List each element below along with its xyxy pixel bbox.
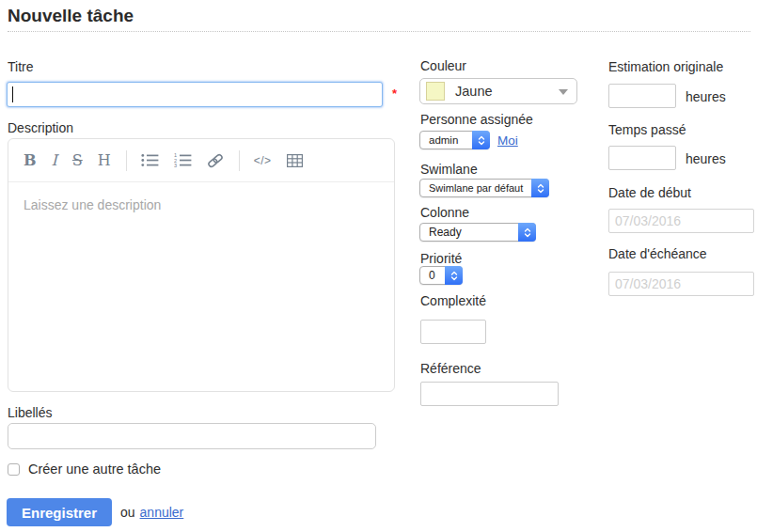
swimlane-label: Swimlane (420, 162, 478, 177)
column-select[interactable]: Ready (419, 223, 536, 242)
create-another-checkbox[interactable] (8, 463, 20, 476)
chevron-down-icon (559, 89, 568, 100)
bold-button[interactable]: B (24, 153, 37, 168)
reference-label: Référence (420, 361, 481, 376)
color-dropdown[interactable]: Jaune (419, 78, 577, 104)
swimlane-select[interactable]: Swimlane par défaut (419, 179, 549, 197)
save-button[interactable]: Enregistrer (7, 498, 112, 526)
assignee-row: admin Moi (419, 131, 518, 149)
time-spent-input[interactable] (608, 146, 676, 170)
description-label: Description (8, 120, 73, 135)
page-title: Nouvelle tâche (8, 6, 134, 26)
editor-toolbar: B I S H 123 (8, 139, 394, 182)
title-input[interactable] (7, 82, 383, 107)
assignee-label: Personne assignée (420, 112, 533, 127)
color-label: Couleur (420, 58, 466, 73)
complexity-input[interactable] (420, 320, 486, 344)
strikethrough-button[interactable]: S (72, 153, 83, 168)
column-label: Colonne (420, 205, 469, 220)
column-value: Ready (420, 226, 484, 239)
select-stepper-icon (518, 223, 536, 242)
header-divider (8, 31, 750, 32)
new-task-form-page: Nouvelle tâche Titre * Description B I S… (0, 0, 757, 532)
toolbar-divider (239, 150, 240, 171)
table-button[interactable] (287, 154, 303, 167)
title-label: Titre (8, 59, 33, 74)
heading-button[interactable]: H (98, 153, 111, 168)
time-spent-label: Temps passé (608, 122, 686, 137)
due-date-input[interactable] (608, 272, 754, 296)
color-swatch-yellow (426, 82, 445, 101)
ordered-list-icon: 123 (174, 153, 192, 167)
due-date-label: Date d'échéance (608, 246, 707, 261)
labels-input[interactable] (8, 423, 376, 449)
svg-text:3: 3 (174, 163, 177, 167)
link-button[interactable] (207, 152, 224, 169)
ordered-list-button[interactable]: 123 (174, 153, 192, 167)
labels-label: Libellés (8, 405, 52, 420)
create-another-label[interactable]: Créer une autre tâche (28, 462, 161, 477)
table-icon (287, 154, 303, 167)
priority-label: Priorité (420, 251, 462, 266)
required-asterisk: * (392, 86, 397, 101)
description-textarea[interactable]: Laissez une description (8, 182, 394, 227)
complexity-label: Complexité (420, 293, 486, 308)
unordered-list-button[interactable] (141, 153, 159, 167)
original-estimate-label: Estimation originale (608, 59, 723, 74)
assign-to-me-link[interactable]: Moi (497, 133, 518, 148)
italic-button[interactable]: I (52, 153, 57, 168)
toolbar-divider (126, 150, 127, 171)
assignee-select[interactable]: admin (419, 131, 490, 149)
description-editor: B I S H 123 (8, 138, 395, 392)
cancel-link[interactable]: annuler (140, 505, 184, 520)
time-spent-unit: heures (686, 151, 726, 166)
reference-input[interactable] (420, 382, 559, 406)
text-caret (12, 86, 13, 102)
start-date-label: Date de début (608, 185, 691, 200)
unordered-list-icon (141, 153, 159, 167)
select-stepper-icon (472, 131, 490, 149)
create-another-row: Créer une autre tâche (8, 462, 161, 477)
swimlane-value: Swimlane par défaut (420, 182, 545, 194)
or-text: ou (120, 505, 135, 520)
select-stepper-icon (531, 179, 549, 197)
original-estimate-unit: heures (686, 89, 726, 104)
description-placeholder: Laissez une description (24, 197, 161, 212)
priority-select[interactable]: 0 (419, 266, 463, 285)
color-value: Jaune (455, 84, 493, 99)
start-date-input[interactable] (608, 209, 754, 233)
link-icon (207, 152, 224, 169)
select-stepper-icon (445, 266, 463, 285)
code-button[interactable]: </> (254, 155, 272, 166)
form-actions: Enregistrer ou annuler (7, 498, 183, 526)
original-estimate-input[interactable] (608, 84, 676, 108)
